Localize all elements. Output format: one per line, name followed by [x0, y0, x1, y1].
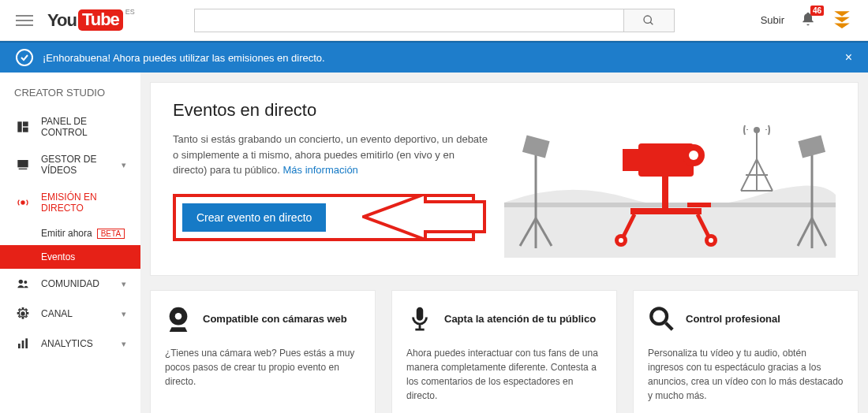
feature-text: Personaliza tu vídeo y tu audio, obtén i… — [648, 346, 844, 403]
sidebar-item-analytics[interactable]: ANALYTICS ▾ — [0, 329, 140, 359]
svg-rect-2 — [17, 121, 21, 132]
magnify-icon — [648, 305, 675, 332]
beta-badge: BETA — [97, 229, 125, 239]
hero-card: Eventos en directo Tanto si estás graban… — [150, 82, 859, 276]
chevron-down-icon: ▾ — [122, 339, 126, 349]
svg-point-34 — [689, 151, 698, 160]
chevron-down-icon: ▾ — [122, 279, 126, 289]
svg-line-1 — [650, 22, 653, 24]
chevron-badge-icon — [832, 9, 852, 29]
svg-rect-35 — [662, 177, 668, 208]
search-button[interactable] — [624, 9, 675, 32]
svg-rect-36 — [630, 208, 702, 214]
success-banner: ¡Enhorabuena! Ahora puedes utilizar las … — [0, 41, 868, 73]
logo-tube: Tube — [78, 9, 123, 31]
sidebar-item-label: Emitir ahora — [41, 228, 92, 239]
hamburger-button[interactable] — [16, 12, 33, 29]
sidebar-item-label: COMUNIDAD — [41, 278, 122, 289]
channel-icon — [14, 307, 32, 321]
page-title: Eventos en directo — [173, 100, 488, 121]
feature-text: ¿Tienes una cámara web? Pues estás a muy… — [165, 346, 361, 389]
sidebar: CREATOR STUDIO PANEL DE CONTROL GESTOR D… — [0, 73, 140, 413]
svg-rect-12 — [22, 340, 24, 348]
hero-illustration — [504, 100, 836, 258]
svg-rect-4 — [23, 128, 28, 132]
svg-point-10 — [21, 312, 24, 315]
youtube-logo[interactable]: YouTube ES — [47, 9, 123, 31]
sidebar-title: CREATOR STUDIO — [0, 73, 140, 108]
sidebar-item-video-manager[interactable]: GESTOR DE VÍDEOS ▾ — [0, 146, 140, 184]
annotation-arrow-icon — [362, 194, 488, 240]
svg-rect-11 — [18, 344, 21, 348]
svg-point-9 — [24, 281, 27, 284]
upload-button[interactable]: Subir — [761, 14, 784, 26]
sidebar-item-label: PANEL DE CONTROL — [41, 116, 126, 138]
live-icon — [14, 195, 32, 210]
search-icon — [642, 14, 655, 27]
svg-point-41 — [619, 238, 623, 243]
more-info-link[interactable]: Más información — [282, 164, 357, 176]
notifications-button[interactable]: 46 — [800, 10, 816, 30]
sidebar-subitem-events[interactable]: Eventos — [0, 245, 140, 269]
sidebar-item-dashboard[interactable]: PANEL DE CONTROL — [0, 108, 140, 146]
svg-rect-46 — [417, 307, 424, 321]
create-live-event-button[interactable]: Crear evento en directo — [182, 203, 326, 232]
sidebar-item-label: ANALYTICS — [41, 338, 122, 349]
hero-description: Tanto si estás grabando un concierto, un… — [173, 132, 488, 178]
sidebar-item-label: Eventos — [41, 251, 75, 262]
search-input[interactable] — [194, 9, 624, 32]
dashboard-icon — [14, 120, 32, 134]
webcam-icon — [165, 305, 192, 332]
feature-title: Capta la atención de tu público — [444, 313, 596, 325]
svg-rect-24 — [798, 136, 825, 158]
video-manager-icon — [14, 158, 32, 172]
banner-close-button[interactable]: × — [845, 50, 852, 65]
svg-rect-19 — [522, 136, 550, 158]
logo-you: You — [47, 10, 77, 31]
sidebar-item-channel[interactable]: CANAL ▾ — [0, 299, 140, 329]
svg-point-0 — [644, 16, 651, 23]
svg-rect-13 — [25, 338, 28, 348]
notif-count-badge: 46 — [810, 6, 824, 16]
svg-point-30 — [754, 128, 759, 132]
microphone-icon — [406, 305, 433, 332]
feature-title: Compatible con cámaras web — [203, 313, 347, 325]
svg-rect-32 — [623, 149, 640, 171]
svg-rect-5 — [17, 160, 28, 167]
feature-audience: Capta la atención de tu público Ahora pu… — [391, 290, 617, 413]
banner-text: ¡Enhorabuena! Ahora puedes utilizar las … — [43, 52, 325, 64]
sidebar-item-label: EMISIÓN EN DIRECTO — [41, 192, 126, 214]
sidebar-item-live[interactable]: EMISIÓN EN DIRECTO — [0, 184, 140, 221]
svg-point-42 — [709, 238, 713, 243]
svg-point-47 — [651, 308, 667, 324]
community-icon — [14, 277, 32, 291]
analytics-icon — [14, 337, 32, 351]
svg-point-45 — [175, 313, 182, 320]
feature-webcam: Compatible con cámaras web ¿Tienes una c… — [150, 290, 376, 413]
logo-region: ES — [125, 8, 135, 16]
sidebar-subitem-stream-now[interactable]: Emitir ahora BETA — [0, 221, 140, 245]
apps-badge[interactable] — [832, 9, 852, 32]
svg-point-7 — [21, 201, 24, 204]
svg-rect-43 — [687, 203, 711, 207]
feature-control: Control profesional Personaliza tu vídeo… — [633, 290, 859, 413]
sidebar-item-label: CANAL — [41, 308, 122, 319]
chevron-down-icon: ▾ — [122, 309, 126, 319]
check-icon — [16, 49, 33, 66]
svg-rect-3 — [23, 121, 28, 126]
sidebar-item-community[interactable]: COMUNIDAD ▾ — [0, 269, 140, 299]
svg-point-8 — [19, 280, 23, 284]
chevron-down-icon: ▾ — [122, 160, 126, 170]
feature-title: Control profesional — [686, 313, 780, 325]
svg-rect-6 — [19, 169, 28, 169]
feature-text: Ahora puedes interactuar con tus fans de… — [406, 346, 602, 403]
svg-line-48 — [666, 323, 673, 330]
sidebar-item-label: GESTOR DE VÍDEOS — [41, 154, 122, 176]
svg-rect-14 — [504, 203, 836, 207]
